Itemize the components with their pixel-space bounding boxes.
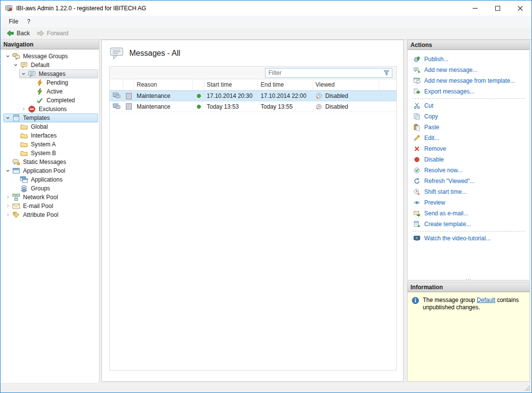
toolbar: Back Forward <box>0 27 532 40</box>
message-groups-icon <box>12 52 20 60</box>
refresh-viewed-icon <box>413 178 420 185</box>
tree-item-static-messages[interactable]: Static Messages <box>0 158 99 166</box>
chevron-right-icon[interactable] <box>4 193 12 201</box>
action-add-new-message-from-template[interactable]: Add new message from template... <box>408 75 530 86</box>
reason-cell: Maintenance <box>134 92 193 99</box>
expander-spacer <box>12 123 20 131</box>
chevron-down-icon[interactable] <box>4 114 12 122</box>
window-title: IBI-aws Admin 1.22.0 - registered for IB… <box>16 5 146 12</box>
column-header-start-time[interactable]: Start time <box>204 79 258 90</box>
tree-item-email-pool[interactable]: E-mail Pool <box>0 202 99 210</box>
message-row[interactable]: Maintenance 17.10.2014 20:30 17.10.2014 … <box>110 91 396 101</box>
back-button[interactable]: Back <box>3 28 33 38</box>
tree-item-applications[interactable]: Applications <box>0 175 99 184</box>
action-remove[interactable]: Remove <box>408 143 530 154</box>
end-time-cell: Today 13:55 <box>258 103 313 110</box>
chevron-down-icon[interactable] <box>12 61 20 69</box>
column-header-end-time[interactable]: End time <box>258 79 313 90</box>
tree-item-completed[interactable]: Completed <box>0 96 99 105</box>
close-button[interactable] <box>509 0 532 16</box>
tree-item-global[interactable]: Global <box>0 122 99 131</box>
action-publish[interactable]: Publish... <box>408 54 530 65</box>
column-header-reason[interactable]: Reason <box>134 79 193 90</box>
edit-icon <box>413 135 420 141</box>
app-icon <box>5 4 13 12</box>
tree-item-default[interactable]: Default <box>0 61 99 69</box>
tree-item-system-b[interactable]: System B <box>0 149 99 158</box>
action-send-as-email[interactable]: Send as e-mail... <box>408 208 530 219</box>
action-paste[interactable]: Paste <box>408 122 530 133</box>
tree-item-templates[interactable]: Templates <box>0 114 99 122</box>
column-header-icon[interactable] <box>110 79 123 90</box>
action-cut[interactable]: Cut <box>408 100 530 111</box>
action-create-template[interactable]: Create template... <box>408 219 530 230</box>
work-area: Navigation Message Groups Default Messag… <box>0 40 532 383</box>
chevron-right-icon[interactable] <box>20 105 27 113</box>
tree-item-exclusions[interactable]: Exclusions <box>0 105 99 114</box>
message-list: Reason Start time End time Viewed Mainte… <box>109 66 397 370</box>
menu-file[interactable]: File <box>4 17 23 26</box>
action-preview[interactable]: Preview <box>408 197 530 208</box>
exclusions-icon <box>28 105 36 113</box>
tree-item-application-pool[interactable]: Application Pool <box>0 166 99 175</box>
column-header-filler <box>379 79 396 90</box>
action-export-messages[interactable]: Export messages... <box>408 86 530 97</box>
chevron-down-icon[interactable] <box>20 70 27 78</box>
action-add-new-message[interactable]: Add new message... <box>408 65 530 75</box>
action-label: Publish... <box>424 56 448 63</box>
action-copy[interactable]: Copy <box>408 111 530 122</box>
action-edit[interactable]: Edit... <box>408 133 530 143</box>
viewed-label: Disabled <box>325 103 348 110</box>
tree-item-system-a[interactable]: System A <box>0 140 99 149</box>
forward-button[interactable]: Forward <box>33 28 72 38</box>
actions-overflow-indicator[interactable]: ... <box>408 275 530 280</box>
chevron-right-icon[interactable] <box>4 202 12 210</box>
templates-icon <box>12 114 20 122</box>
default-group-link[interactable]: Default <box>477 297 495 303</box>
resize-grip[interactable] <box>524 385 531 392</box>
actions-list: Publish... Add new message... Add new me… <box>408 50 530 280</box>
tree-item-network-pool[interactable]: Network Pool <box>0 193 99 202</box>
maximize-button[interactable] <box>486 0 509 16</box>
column-header-checkbox[interactable] <box>123 79 134 90</box>
tree-item-pending[interactable]: Pending <box>0 78 99 87</box>
email-pool-icon <box>12 202 20 210</box>
filter-funnel-icon[interactable] <box>383 69 390 76</box>
chevron-down-icon[interactable] <box>4 167 12 175</box>
action-label: Refresh "Viewed"... <box>424 178 475 185</box>
viewed-cell: Disabled <box>313 103 379 110</box>
tree-item-messages[interactable]: Messages <box>0 69 99 78</box>
send-as-email-icon <box>413 210 420 217</box>
action-refresh-viewed[interactable]: Refresh "Viewed"... <box>408 176 530 186</box>
row-checkbox[interactable] <box>126 93 132 99</box>
action-watch-video-tutorial[interactable]: Watch the video-tutorial... <box>408 233 530 244</box>
completed-messages-icon <box>36 96 44 104</box>
filter-input[interactable] <box>266 69 383 76</box>
menu-help[interactable]: ? <box>23 17 35 26</box>
tree-item-active[interactable]: Active <box>0 87 99 96</box>
action-resolve-now[interactable]: Resolve now... <box>408 165 530 176</box>
message-row[interactable]: Maintenance Today 13:53 Today 13:55 Disa… <box>110 101 396 112</box>
tree-item-message-groups[interactable]: Message Groups <box>0 52 99 61</box>
row-checkbox[interactable] <box>126 103 132 110</box>
tree-item-interfaces[interactable]: Interfaces <box>0 131 99 140</box>
column-header-status[interactable] <box>193 79 204 90</box>
expander-spacer <box>12 140 20 148</box>
remove-icon <box>413 145 420 152</box>
column-header-viewed[interactable]: Viewed <box>313 79 379 90</box>
forward-arrow-icon <box>37 29 45 37</box>
filter-band <box>110 67 396 79</box>
action-disable[interactable]: Disable <box>408 154 530 165</box>
page-title: Messages - All <box>129 49 180 58</box>
chevron-down-icon[interactable] <box>4 52 12 60</box>
viewed-label: Disabled <box>325 92 348 99</box>
chevron-right-icon[interactable] <box>4 211 12 219</box>
minimize-button[interactable] <box>464 0 486 16</box>
action-label: Remove <box>424 145 446 152</box>
statusbar <box>0 383 532 393</box>
action-shift-start-time[interactable]: Shift start time... <box>408 186 530 197</box>
status-dot-icon <box>197 105 201 109</box>
start-time-cell: 17.10.2014 20:30 <box>204 92 258 99</box>
tree-item-groups[interactable]: Groups <box>0 184 99 193</box>
tree-item-attribute-pool[interactable]: Attribute Pool <box>0 210 99 219</box>
